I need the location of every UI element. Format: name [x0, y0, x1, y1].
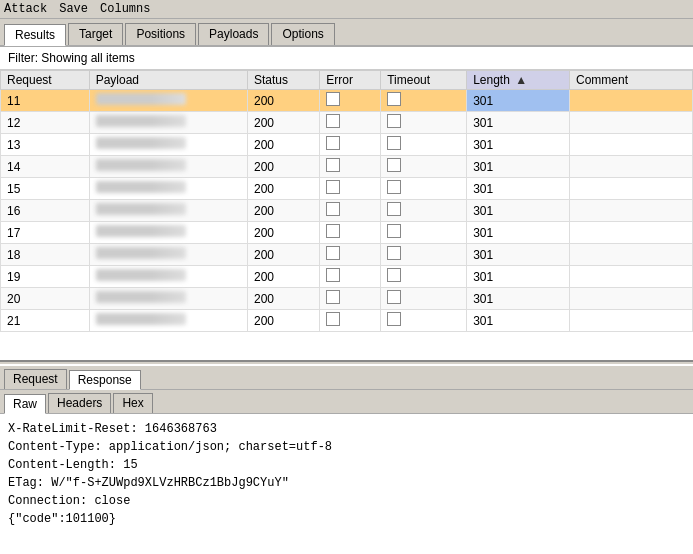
tab-target[interactable]: Target [68, 23, 123, 45]
col-length[interactable]: Length ▲ [467, 71, 570, 90]
menu-columns[interactable]: Columns [100, 2, 150, 16]
menu-attack[interactable]: Attack [4, 2, 47, 16]
response-content: X-RateLimit-Reset: 1646368763Content-Typ… [0, 414, 693, 554]
table-row[interactable]: 21200301 [1, 310, 693, 332]
cell-error [320, 222, 381, 244]
cell-timeout [381, 222, 467, 244]
tab-payloads[interactable]: Payloads [198, 23, 269, 45]
table-row[interactable]: 16200301 [1, 200, 693, 222]
sub-tab-hex[interactable]: Hex [113, 393, 152, 413]
cell-payload [89, 134, 247, 156]
cell-payload [89, 156, 247, 178]
cell-length: 301 [467, 112, 570, 134]
filter-text: Filter: Showing all items [8, 51, 135, 65]
cell-length: 301 [467, 200, 570, 222]
cell-request: 18 [1, 244, 90, 266]
cell-error [320, 200, 381, 222]
cell-error [320, 244, 381, 266]
cell-status: 200 [247, 200, 319, 222]
tab-positions[interactable]: Positions [125, 23, 196, 45]
cell-payload [89, 112, 247, 134]
cell-comment [570, 288, 693, 310]
cell-length: 301 [467, 178, 570, 200]
table-row[interactable]: 18200301 [1, 244, 693, 266]
cell-comment [570, 222, 693, 244]
cell-payload [89, 90, 247, 112]
cell-payload [89, 310, 247, 332]
cell-timeout [381, 244, 467, 266]
cell-request: 20 [1, 288, 90, 310]
cell-request: 19 [1, 266, 90, 288]
cell-status: 200 [247, 134, 319, 156]
cell-timeout [381, 134, 467, 156]
cell-timeout [381, 266, 467, 288]
table-row[interactable]: 14200301 [1, 156, 693, 178]
tab-request[interactable]: Request [4, 369, 67, 389]
response-line: ETag: W/"f-S+ZUWpd9XLVzHRBCz1BbJg9CYuY" [8, 474, 685, 492]
table-row[interactable]: 11200301 [1, 90, 693, 112]
cell-request: 13 [1, 134, 90, 156]
cell-payload [89, 288, 247, 310]
col-request[interactable]: Request [1, 71, 90, 90]
cell-payload [89, 200, 247, 222]
cell-comment [570, 200, 693, 222]
menu-save[interactable]: Save [59, 2, 88, 16]
cell-error [320, 112, 381, 134]
cell-request: 21 [1, 310, 90, 332]
cell-status: 200 [247, 112, 319, 134]
cell-length: 301 [467, 310, 570, 332]
table-header-row: Request Payload Status Error Timeout Len… [1, 71, 693, 90]
response-line: Content-Type: application/json; charset=… [8, 438, 685, 456]
tab-results[interactable]: Results [4, 24, 66, 46]
cell-status: 200 [247, 266, 319, 288]
col-status[interactable]: Status [247, 71, 319, 90]
cell-timeout [381, 200, 467, 222]
cell-error [320, 288, 381, 310]
cell-length: 301 [467, 90, 570, 112]
filter-bar: Filter: Showing all items [0, 47, 693, 70]
response-line: Connection: close [8, 492, 685, 510]
table-row[interactable]: 12200301 [1, 112, 693, 134]
cell-comment [570, 178, 693, 200]
cell-timeout [381, 288, 467, 310]
cell-length: 301 [467, 156, 570, 178]
col-timeout[interactable]: Timeout [381, 71, 467, 90]
col-payload[interactable]: Payload [89, 71, 247, 90]
cell-length: 301 [467, 222, 570, 244]
sub-tab-bar: Raw Headers Hex [0, 390, 693, 414]
cell-comment [570, 310, 693, 332]
cell-request: 16 [1, 200, 90, 222]
table-row[interactable]: 15200301 [1, 178, 693, 200]
tab-options[interactable]: Options [271, 23, 334, 45]
cell-status: 200 [247, 178, 319, 200]
cell-error [320, 156, 381, 178]
response-line: X-RateLimit-Reset: 1646368763 [8, 420, 685, 438]
sort-arrow-icon: ▲ [515, 73, 527, 87]
cell-status: 200 [247, 288, 319, 310]
cell-timeout [381, 90, 467, 112]
response-line: Content-Length: 15 [8, 456, 685, 474]
tab-response[interactable]: Response [69, 370, 141, 390]
bottom-panel: Request Response Raw Headers Hex X-RateL… [0, 366, 693, 554]
table-row[interactable]: 17200301 [1, 222, 693, 244]
cell-payload [89, 222, 247, 244]
cell-error [320, 178, 381, 200]
cell-length: 301 [467, 266, 570, 288]
cell-error [320, 310, 381, 332]
cell-request: 15 [1, 178, 90, 200]
cell-length: 301 [467, 134, 570, 156]
table-row[interactable]: 13200301 [1, 134, 693, 156]
table-row[interactable]: 19200301 [1, 266, 693, 288]
cell-timeout [381, 112, 467, 134]
sub-tab-headers[interactable]: Headers [48, 393, 111, 413]
sub-tab-raw[interactable]: Raw [4, 394, 46, 414]
cell-payload [89, 244, 247, 266]
main-tab-bar: Results Target Positions Payloads Option… [0, 19, 693, 47]
table-row[interactable]: 20200301 [1, 288, 693, 310]
col-comment[interactable]: Comment [570, 71, 693, 90]
cell-status: 200 [247, 244, 319, 266]
cell-request: 11 [1, 90, 90, 112]
cell-comment [570, 134, 693, 156]
cell-comment [570, 112, 693, 134]
col-error[interactable]: Error [320, 71, 381, 90]
